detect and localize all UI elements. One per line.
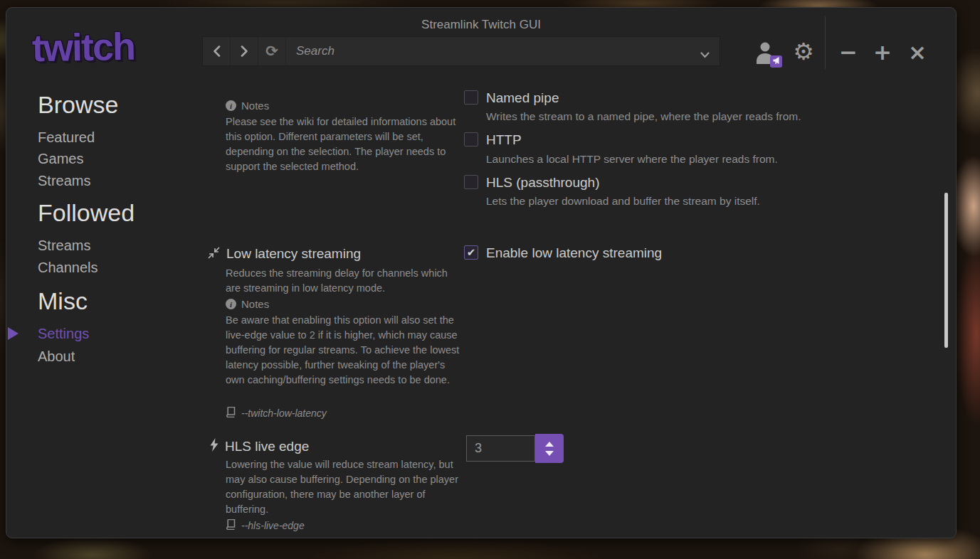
- notes-title: Notes: [241, 298, 269, 310]
- hls-live-edge-description: Lowering the value will reduce stream la…: [226, 457, 459, 517]
- megaphone-icon: [772, 56, 781, 67]
- navigation-bar: ⟳: [202, 36, 720, 66]
- option-description: Writes the stream to a named pipe, where…: [486, 110, 801, 123]
- sidebar-item-channels[interactable]: Channels: [38, 260, 98, 276]
- option-label[interactable]: HLS (passthrough): [486, 175, 599, 190]
- info-icon: i: [226, 299, 236, 309]
- notes-heading: i Notes: [226, 298, 269, 310]
- notification-badge: [770, 55, 782, 68]
- option-named-pipe[interactable]: Named pipe: [464, 90, 559, 105]
- low-latency-heading: Low latency streaming: [208, 246, 361, 262]
- compress-arrows-icon: [208, 247, 220, 262]
- option-hls-passthrough[interactable]: HLS (passthrough): [464, 175, 599, 190]
- option-label[interactable]: Named pipe: [486, 90, 559, 105]
- sidebar-item-followed-streams[interactable]: Streams: [38, 238, 90, 254]
- refresh-icon: ⟳: [265, 43, 278, 60]
- chevron-down-icon[interactable]: [700, 48, 710, 61]
- sidebar-item-games[interactable]: Games: [38, 151, 83, 167]
- spinner-up-icon[interactable]: [545, 442, 554, 447]
- option-http[interactable]: HTTP: [464, 132, 522, 147]
- option-enable-low-latency[interactable]: ✔ Enable low latency streaming: [464, 245, 662, 260]
- chevron-left-icon: [213, 46, 221, 57]
- app-window: Streamlink Twitch GUI twitch ⟳: [6, 7, 957, 538]
- cli-parameter: --twitch-low-latency: [241, 408, 327, 419]
- sidebar-item-settings[interactable]: Settings: [38, 326, 89, 342]
- section-title: HLS live edge: [225, 439, 309, 454]
- notes-title: Notes: [241, 100, 269, 112]
- sidebar-heading-browse: Browse: [38, 91, 118, 119]
- back-button[interactable]: [203, 37, 231, 65]
- spinner-down-icon[interactable]: [545, 451, 554, 456]
- cli-parameter: --hls-live-edge: [241, 520, 305, 531]
- close-button[interactable]: ×: [901, 36, 934, 68]
- sidebar-heading-followed: Followed: [38, 199, 135, 227]
- gear-icon[interactable]: ⚙: [789, 36, 818, 68]
- twitch-logo: twitch: [31, 24, 135, 70]
- book-icon: [226, 407, 236, 420]
- book-icon: [226, 519, 236, 532]
- option-label[interactable]: Enable low latency streaming: [486, 245, 662, 260]
- checkbox-named-pipe[interactable]: [464, 90, 478, 105]
- checkbox-hls-passthrough[interactable]: [464, 175, 478, 189]
- maximize-button[interactable]: +: [866, 36, 899, 68]
- sidebar-heading-misc: Misc: [38, 287, 88, 315]
- window-title: Streamlink Twitch GUI: [6, 18, 956, 32]
- titlebar-divider: [825, 16, 826, 69]
- scrollbar-thumb[interactable]: [944, 193, 948, 348]
- minimize-button[interactable]: −: [832, 36, 865, 68]
- checkbox-low-latency[interactable]: ✔: [464, 245, 478, 260]
- refresh-button[interactable]: ⟳: [258, 37, 286, 65]
- low-latency-description: Reduces the streaming delay for channels…: [226, 266, 455, 296]
- chevron-right-icon: [241, 46, 248, 57]
- section-title: Low latency streaming: [226, 246, 361, 262]
- option-description: Lets the player download and buffer the …: [486, 195, 760, 208]
- checkbox-http[interactable]: [464, 132, 478, 147]
- option-description: Launches a local HTTP server where the p…: [486, 153, 778, 166]
- bolt-icon: [210, 438, 218, 454]
- forward-button[interactable]: [231, 37, 258, 65]
- hls-live-edge-heading: HLS live edge: [210, 438, 309, 454]
- notes-heading: i Notes: [226, 100, 269, 112]
- number-spinner[interactable]: [535, 434, 564, 463]
- hls-live-edge-input[interactable]: [466, 435, 535, 462]
- user-account-button[interactable]: [752, 39, 781, 68]
- hls-live-edge-field: [466, 434, 564, 463]
- search-box: [286, 37, 720, 65]
- info-icon: i: [226, 100, 236, 111]
- active-item-arrow-icon: [8, 327, 19, 340]
- checkmark-icon: ✔: [467, 247, 476, 258]
- parameter-line: --hls-live-edge: [226, 519, 305, 532]
- option-label[interactable]: HTTP: [486, 132, 522, 147]
- sidebar-item-featured[interactable]: Featured: [38, 129, 95, 146]
- parameter-line: --twitch-low-latency: [226, 407, 327, 420]
- method-notes-text: Please see the wiki for detailed informa…: [226, 115, 460, 174]
- sidebar-item-about[interactable]: About: [38, 348, 75, 365]
- sidebar-item-streams[interactable]: Streams: [38, 173, 90, 189]
- low-latency-notes-text: Be aware that enabling this option will …: [226, 313, 462, 388]
- search-input[interactable]: [286, 44, 720, 58]
